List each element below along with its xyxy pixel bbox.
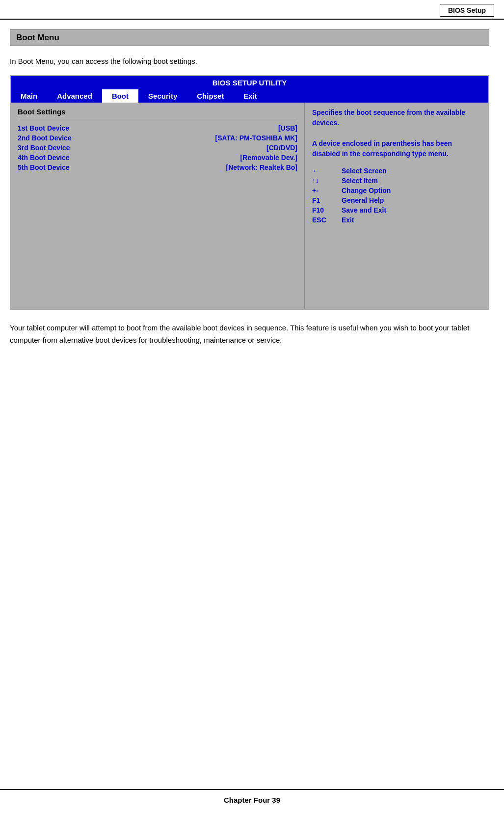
bios-boot-value: [Removable Dev.] bbox=[240, 154, 297, 162]
bios-key-row: ↑↓Select Item bbox=[312, 177, 481, 185]
bios-keys-table: ←Select Screen↑↓Select Item+-Change Opti… bbox=[312, 167, 481, 224]
bios-boot-row: 5th Boot Device[Network: Realtek Bo] bbox=[18, 163, 297, 171]
bios-key-symbol: ESC bbox=[312, 216, 342, 224]
bios-boot-label: 5th Boot Device bbox=[18, 163, 116, 171]
bios-key-symbol: F1 bbox=[312, 196, 342, 204]
bottom-text: Your tablet computer will attempt to boo… bbox=[10, 322, 489, 347]
intro-text: In Boot Menu, you can access the followi… bbox=[10, 56, 489, 67]
bios-key-row: F10Save and Exit bbox=[312, 206, 481, 214]
bios-boot-value: [CD/DVD] bbox=[266, 144, 297, 152]
bios-settings-title: Boot Settings bbox=[18, 108, 297, 119]
bios-boot-value: [USB] bbox=[278, 124, 297, 132]
bios-key-row: ESCExit bbox=[312, 216, 481, 224]
bios-key-symbol: +- bbox=[312, 187, 342, 194]
section-heading: Boot Menu bbox=[10, 29, 489, 46]
bios-boot-value: [SATA: PM-TOSHIBA MK] bbox=[215, 134, 297, 142]
bios-key-description: General Help bbox=[342, 196, 384, 204]
bios-key-symbol: F10 bbox=[312, 206, 342, 214]
bios-boot-row: 3rd Boot Device[CD/DVD] bbox=[18, 144, 297, 152]
bios-key-row: +-Change Option bbox=[312, 187, 481, 194]
bios-nav-item-main[interactable]: Main bbox=[11, 89, 47, 103]
bios-body: Boot Settings 1st Boot Device[USB]2nd Bo… bbox=[11, 103, 488, 309]
bios-key-row: F1General Help bbox=[312, 196, 481, 204]
bios-boot-label: 1st Boot Device bbox=[18, 124, 116, 132]
bios-boot-label: 3rd Boot Device bbox=[18, 144, 116, 152]
bios-key-description: Select Screen bbox=[342, 167, 387, 175]
page-content: Boot Menu In Boot Menu, you can access t… bbox=[0, 20, 504, 376]
bios-nav-item-advanced[interactable]: Advanced bbox=[47, 89, 102, 103]
bios-title-bar: BIOS SETUP UTILITY bbox=[11, 76, 488, 89]
bios-key-description: Change Option bbox=[342, 187, 391, 194]
bios-boot-row: 1st Boot Device[USB] bbox=[18, 124, 297, 132]
bios-container: BIOS SETUP UTILITY MainAdvancedBootSecur… bbox=[10, 75, 489, 310]
bios-nav-item-chipset[interactable]: Chipset bbox=[187, 89, 234, 103]
bios-nav-bar: MainAdvancedBootSecurityChipsetExit bbox=[11, 89, 488, 103]
bios-boot-label: 2nd Boot Device bbox=[18, 134, 116, 142]
page-footer: Chapter Four 39 bbox=[0, 789, 504, 804]
bios-key-description: Select Item bbox=[342, 177, 378, 185]
bios-key-description: Save and Exit bbox=[342, 206, 386, 214]
bios-boot-row: 4th Boot Device[Removable Dev.] bbox=[18, 154, 297, 162]
bios-right-panel: Specifies the boot sequence from the ava… bbox=[305, 103, 488, 309]
bios-nav-item-security[interactable]: Security bbox=[138, 89, 187, 103]
bios-key-description: Exit bbox=[342, 216, 354, 224]
bios-boot-value: [Network: Realtek Bo] bbox=[226, 163, 297, 171]
bios-help-text: Specifies the boot sequence from the ava… bbox=[312, 108, 481, 159]
bios-boot-row: 2nd Boot Device[SATA: PM-TOSHIBA MK] bbox=[18, 134, 297, 142]
bios-nav-item-boot[interactable]: Boot bbox=[102, 89, 138, 103]
bios-left-panel: Boot Settings 1st Boot Device[USB]2nd Bo… bbox=[11, 103, 305, 309]
bios-key-row: ←Select Screen bbox=[312, 167, 481, 175]
bios-boot-devices: 1st Boot Device[USB]2nd Boot Device[SATA… bbox=[18, 124, 297, 171]
header-title: BIOS Setup bbox=[440, 4, 494, 17]
bios-key-symbol: ↑↓ bbox=[312, 177, 342, 185]
bios-nav-item-exit[interactable]: Exit bbox=[234, 89, 267, 103]
bios-key-symbol: ← bbox=[312, 167, 342, 175]
page-header: BIOS Setup bbox=[0, 0, 504, 20]
bios-boot-label: 4th Boot Device bbox=[18, 154, 116, 162]
footer-text: Chapter Four 39 bbox=[224, 796, 280, 804]
